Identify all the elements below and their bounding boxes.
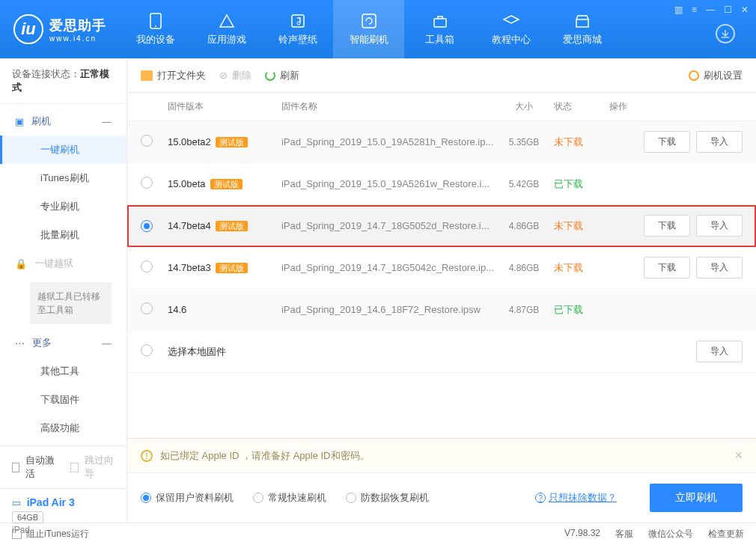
auto-activate-row: 自动激活 跳过向导 (0, 446, 126, 488)
firmware-row[interactable]: 选择本地固件 导入 (127, 331, 756, 373)
sidebar-section-flash[interactable]: ▣ 刷机 — (0, 107, 126, 136)
sidebar-item-other-tools[interactable]: 其他工具 (0, 357, 126, 386)
sidebar: 设备连接状态：正常模式 ▣ 刷机 — 一键刷机 iTunes刷机 专业刷机 批量… (0, 58, 127, 523)
radio-icon[interactable] (141, 261, 153, 272)
window-controls: ▥ ≡ — ☐ ✕ (674, 4, 749, 15)
sidebar-section-more[interactable]: ⋯ 更多 — (0, 329, 126, 357)
radio-icon[interactable] (141, 344, 153, 356)
flash-now-button[interactable]: 立即刷机 (650, 484, 743, 512)
refresh-button[interactable]: 刷新 (265, 69, 299, 82)
firmware-row[interactable]: 14.7beta4测试版 iPad_Spring_2019_14.7_18G50… (127, 205, 756, 247)
th-ops: 操作 (609, 100, 743, 113)
download-icon[interactable] (716, 24, 735, 43)
radio-icon[interactable] (141, 302, 153, 314)
table-header: 固件版本 固件名称 大小 状态 操作 (127, 93, 756, 121)
firmware-size: 4.86GB (509, 263, 540, 273)
top-nav: 我的设备 应用游戏 铃声壁纸 智能刷机 工具箱 教程中心 爱思商城 (120, 0, 756, 58)
nav-apps[interactable]: 应用游戏 (191, 0, 262, 58)
firmware-row[interactable]: 15.0beta测试版 iPad_Spring_2019_15.0_19A526… (127, 163, 756, 205)
menu-icon[interactable]: ≡ (692, 4, 697, 15)
svg-point-3 (297, 22, 300, 25)
radio-icon[interactable] (141, 220, 153, 232)
firmware-row[interactable]: 15.0beta2测试版 iPad_Spring_2019_15.0_19A52… (127, 121, 756, 163)
mode-keep-data[interactable]: 保留用户资料刷机 (141, 491, 234, 505)
import-button[interactable]: 导入 (696, 131, 743, 153)
firmware-status: 已下载 (554, 178, 583, 189)
nav-my-device[interactable]: 我的设备 (120, 0, 191, 58)
gear-icon (689, 70, 699, 81)
refresh-icon (360, 12, 378, 30)
import-button[interactable]: 导入 (696, 341, 743, 362)
sidebar-section-jailbreak: 🔒 一键越狱 (0, 249, 126, 278)
import-button[interactable]: 导入 (696, 215, 743, 237)
firmware-table: 15.0beta2测试版 iPad_Spring_2019_15.0_19A52… (127, 121, 756, 438)
firmware-version: 14.7beta3 (168, 262, 211, 273)
erase-only-link[interactable]: ? 只想抹除数据？ (535, 491, 617, 505)
svg-rect-4 (362, 14, 376, 28)
flash-settings-button[interactable]: 刷机设置 (689, 69, 743, 82)
import-button[interactable]: 导入 (696, 257, 743, 278)
nav-ringtone[interactable]: 铃声壁纸 (262, 0, 333, 58)
theme-icon[interactable]: ▥ (674, 4, 683, 15)
firmware-size: 4.86GB (509, 221, 540, 231)
collapse-icon[interactable]: — (102, 338, 112, 349)
collapse-icon[interactable]: — (102, 116, 112, 127)
delete-button[interactable]: ⊘ 删除 (219, 69, 252, 82)
logo-title: 爱思助手 (49, 16, 106, 34)
content-area: 打开文件夹 ⊘ 删除 刷新 刷机设置 固件版本 固件名称 大小 状态 操作 (127, 58, 756, 523)
nav-flash[interactable]: 智能刷机 (333, 0, 404, 58)
version-label: V7.98.32 (564, 528, 600, 541)
auto-activate-checkbox[interactable] (12, 463, 19, 472)
open-folder-button[interactable]: 打开文件夹 (141, 69, 206, 82)
skip-wizard-checkbox[interactable] (70, 463, 78, 472)
flash-icon: ▣ (15, 116, 24, 127)
graduation-icon (502, 12, 520, 30)
radio-icon (141, 493, 151, 503)
firmware-row[interactable]: 14.7beta3测试版 iPad_Spring_2019_14.7_18G50… (127, 247, 756, 289)
app-header: iu 爱思助手 www.i4.cn 我的设备 应用游戏 铃声壁纸 智能刷机 工具… (0, 0, 756, 58)
firmware-version: 15.0beta2 (168, 136, 211, 147)
download-button[interactable]: 下载 (644, 131, 690, 153)
block-itunes-checkbox[interactable] (12, 529, 22, 539)
firmware-row[interactable]: 14.6 iPad_Spring_2019_14.6_18F72_Restore… (127, 289, 756, 331)
wechat-link[interactable]: 微信公众号 (648, 528, 693, 541)
firmware-version: 15.0beta (168, 178, 206, 189)
sidebar-item-itunes-flash[interactable]: iTunes刷机 (0, 164, 126, 192)
firmware-status: 已下载 (554, 304, 583, 315)
maximize-icon[interactable]: ☐ (724, 4, 732, 15)
minimize-icon[interactable]: — (706, 4, 715, 15)
sidebar-item-download-firmware[interactable]: 下载固件 (0, 386, 126, 414)
beta-badge: 测试版 (216, 221, 248, 231)
th-name: 固件名称 (281, 100, 494, 113)
mode-fast-flash[interactable]: 常规快速刷机 (253, 491, 326, 505)
nav-store[interactable]: 爱思商城 (546, 0, 618, 58)
radio-icon[interactable] (141, 135, 153, 147)
th-version: 固件版本 (168, 100, 281, 113)
radio-icon[interactable] (141, 177, 153, 189)
logo: iu 爱思助手 www.i4.cn (0, 0, 120, 58)
apps-icon (218, 12, 236, 30)
toolbox-icon (431, 12, 449, 30)
check-update-link[interactable]: 检查更新 (708, 528, 744, 541)
more-icon: ⋯ (15, 338, 25, 349)
customer-service-link[interactable]: 客服 (615, 528, 633, 541)
download-button[interactable]: 下载 (644, 215, 690, 237)
folder-icon (141, 70, 153, 81)
close-icon[interactable]: ✕ (741, 4, 749, 15)
sidebar-item-batch-flash[interactable]: 批量刷机 (0, 221, 126, 249)
nav-tutorial[interactable]: 教程中心 (475, 0, 546, 58)
firmware-status: 未下载 (554, 136, 583, 147)
svg-rect-5 (434, 19, 446, 27)
phone-icon (147, 12, 165, 30)
firmware-name: iPad_Spring_2019_15.0_19A5281h_Restore.i… (281, 136, 493, 147)
sidebar-item-advanced[interactable]: 高级功能 (0, 414, 126, 442)
sidebar-item-pro-flash[interactable]: 专业刷机 (0, 192, 126, 221)
logo-icon: iu (13, 14, 43, 44)
th-size: 大小 (494, 100, 554, 113)
dismiss-notice-button[interactable]: × (734, 448, 743, 463)
firmware-name: iPad_Spring_2019_14.7_18G5052d_Restore.i… (281, 220, 490, 231)
nav-toolbox[interactable]: 工具箱 (404, 0, 475, 58)
sidebar-item-oneclick-flash[interactable]: 一键刷机 (0, 136, 126, 164)
download-button[interactable]: 下载 (644, 257, 690, 278)
mode-anti-recovery[interactable]: 防数据恢复刷机 (346, 491, 429, 505)
